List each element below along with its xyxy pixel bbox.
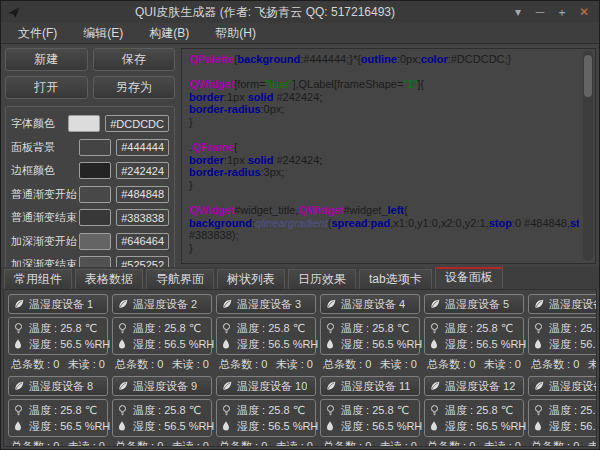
temperature-text: 温度 : 25.8 ℃ xyxy=(29,403,97,418)
humidity-text: 湿度 : 56.5 %RH xyxy=(549,419,597,434)
device-panel: 温湿度设备 1 温度 : 25.8 ℃ 湿度 : 56.5 %RH 总条数 : … xyxy=(3,289,597,447)
menu-item[interactable]: 文件(F) xyxy=(5,23,70,43)
color-swatch[interactable] xyxy=(79,139,111,156)
code-line: .QFrame{ xyxy=(189,141,579,154)
color-value-field[interactable]: #DCDCDC xyxy=(105,115,169,132)
code-line: border-radius:0px; xyxy=(189,103,579,116)
droplet-icon xyxy=(12,338,24,350)
color-value-field[interactable]: #484848 xyxy=(116,186,169,203)
tab-常用组件[interactable]: 常用组件 xyxy=(4,269,72,289)
device-card: 温湿度设备 12 温度 : 25.8 ℃ 湿度 : 56.5 %RH 总条数 :… xyxy=(424,376,524,447)
color-value-field[interactable]: #242424 xyxy=(116,162,169,179)
temperature-row: 温度 : 25.8 ℃ xyxy=(428,320,520,336)
menu-item[interactable]: 帮助(H) xyxy=(202,23,269,43)
device-card-title: 温湿度设备 3 xyxy=(237,297,301,312)
file-button[interactable]: 另存为 xyxy=(93,76,176,99)
tab-设备面板[interactable]: 设备面板 xyxy=(435,267,503,289)
color-value-field[interactable]: #444444 xyxy=(116,139,169,156)
color-row: 面板背景#444444 xyxy=(11,136,169,160)
unread-count-text: 未读 : 0 xyxy=(588,357,597,372)
device-card-body: 温度 : 25.8 ℃ 湿度 : 56.5 %RH xyxy=(112,317,212,355)
unread-count-text: 未读 : 0 xyxy=(588,439,597,447)
unread-count-text: 未读 : 0 xyxy=(484,357,521,372)
bulb-icon xyxy=(116,404,128,417)
code-line: QPalette{background:#444444;}*{outline:0… xyxy=(189,53,579,66)
tab-导航界面[interactable]: 导航界面 xyxy=(146,269,214,289)
code-line: border:1px solid #242424; xyxy=(189,154,579,167)
leaf-icon xyxy=(221,380,233,392)
temperature-row: 温度 : 25.8 ℃ xyxy=(532,402,597,418)
main-area: 新建保存打开另存为 字体颜色#DCDCDC面板背景#444444边框颜色#242… xyxy=(1,44,599,267)
color-value-field[interactable]: #383838 xyxy=(116,209,169,226)
device-card-title: 温湿度设备 8 xyxy=(29,379,93,394)
bulb-icon xyxy=(220,404,232,417)
tab-树状列表[interactable]: 树状列表 xyxy=(217,269,285,289)
droplet-icon xyxy=(324,338,336,350)
color-swatch[interactable] xyxy=(79,162,111,179)
color-swatch[interactable] xyxy=(79,209,111,226)
stylesheet-editor[interactable]: QPalette{background:#444444;}*{outline:0… xyxy=(181,48,596,264)
leaf-icon xyxy=(429,298,441,310)
droplet-icon xyxy=(428,420,440,432)
color-value-field[interactable]: #646464 xyxy=(116,233,169,250)
humidity-row: 湿度 : 56.5 %RH xyxy=(532,418,597,434)
code-line xyxy=(189,192,579,205)
bulb-icon xyxy=(428,322,440,335)
droplet-icon xyxy=(532,420,544,432)
maximize-button[interactable]: ＋ xyxy=(551,2,573,22)
humidity-text: 湿度 : 56.5 %RH xyxy=(341,419,422,434)
tab-表格数据[interactable]: 表格数据 xyxy=(75,269,143,289)
color-settings: 字体颜色#DCDCDC面板背景#444444边框颜色#242424普通渐变开始#… xyxy=(5,106,175,283)
tab-bar: 常用组件表格数据导航界面树状列表日历效果tab选项卡设备面板 xyxy=(1,267,599,289)
temperature-row: 温度 : 25.8 ℃ xyxy=(324,402,416,418)
temperature-row: 温度 : 25.8 ℃ xyxy=(12,402,104,418)
color-row: 字体颜色#DCDCDC xyxy=(11,112,169,136)
tab-tab选项卡[interactable]: tab选项卡 xyxy=(359,269,432,289)
total-count-text: 总条数 : 0 xyxy=(115,357,163,372)
droplet-icon xyxy=(116,338,128,350)
color-swatch[interactable] xyxy=(68,115,100,132)
total-count-text: 总条数 : 0 xyxy=(219,357,267,372)
unread-count-text: 未读 : 0 xyxy=(172,439,209,447)
file-button[interactable]: 保存 xyxy=(93,48,176,71)
device-card-header: 温湿度设备 12 xyxy=(424,376,524,396)
device-card-title: 温湿度设备 13 xyxy=(549,379,597,394)
total-count-text: 总条数 : 0 xyxy=(323,357,371,372)
humidity-row: 湿度 : 56.5 %RH xyxy=(116,418,208,434)
file-button[interactable]: 新建 xyxy=(5,48,88,71)
editor-code: QPalette{background:#444444;}*{outline:0… xyxy=(189,53,579,264)
tab-日历效果[interactable]: 日历效果 xyxy=(288,269,356,289)
code-line: } xyxy=(189,242,579,255)
code-line: background:qlineargradient(spread:pad,x1… xyxy=(189,217,579,230)
file-button[interactable]: 打开 xyxy=(5,76,88,99)
editor-scrollbar[interactable] xyxy=(583,51,593,261)
menu-item[interactable]: 构建(B) xyxy=(136,23,202,43)
humidity-text: 湿度 : 56.5 %RH xyxy=(445,337,526,352)
color-label: 普通渐变开始 xyxy=(11,187,79,202)
leaf-icon xyxy=(221,298,233,310)
device-card: 温湿度设备 4 温度 : 25.8 ℃ 湿度 : 56.5 %RH 总条数 : … xyxy=(320,294,420,372)
color-label: 普通渐变结束 xyxy=(11,210,79,225)
code-line: border-radius:3px; xyxy=(189,166,579,179)
device-card-body: 温度 : 25.8 ℃ 湿度 : 56.5 %RH xyxy=(320,317,420,355)
humidity-row: 湿度 : 56.5 %RH xyxy=(220,336,312,352)
temperature-row: 温度 : 25.8 ℃ xyxy=(116,320,208,336)
menu-item[interactable]: 编辑(E) xyxy=(70,23,136,43)
total-count-text: 总条数 : 0 xyxy=(427,439,475,447)
color-row: 边框颜色#242424 xyxy=(11,159,169,183)
device-card-title: 温湿度设备 5 xyxy=(445,297,509,312)
close-button[interactable]: ✕ xyxy=(573,2,595,22)
humidity-row: 湿度 : 56.5 %RH xyxy=(532,336,597,352)
color-label: 边框颜色 xyxy=(11,163,79,178)
scrollbar-thumb[interactable] xyxy=(584,55,592,97)
total-count-text: 总条数 : 0 xyxy=(531,357,579,372)
total-count-text: 总条数 : 0 xyxy=(427,357,475,372)
color-swatch[interactable] xyxy=(79,186,111,203)
leaf-icon xyxy=(117,380,129,392)
device-card-header: 温湿度设备 8 xyxy=(8,376,108,396)
minimize-button[interactable]: ─ xyxy=(529,2,551,22)
dropdown-arrow-button[interactable]: ▾ xyxy=(507,2,529,22)
color-swatch[interactable] xyxy=(79,233,111,250)
device-card: 温湿度设备 10 温度 : 25.8 ℃ 湿度 : 56.5 %RH 总条数 :… xyxy=(216,376,316,447)
humidity-row: 湿度 : 56.5 %RH xyxy=(116,336,208,352)
